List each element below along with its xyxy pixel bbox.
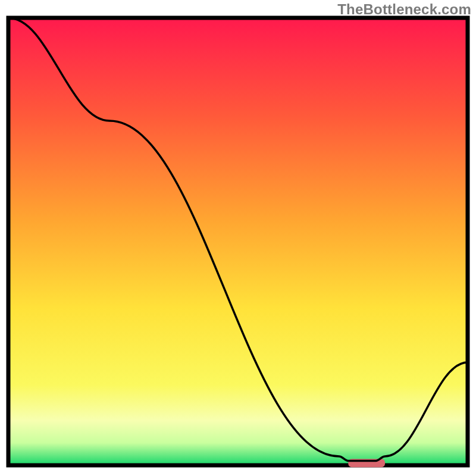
chart-stage: TheBottleneck.com (0, 0, 476, 476)
chart-svg (0, 0, 476, 476)
plot-background (8, 18, 468, 465)
